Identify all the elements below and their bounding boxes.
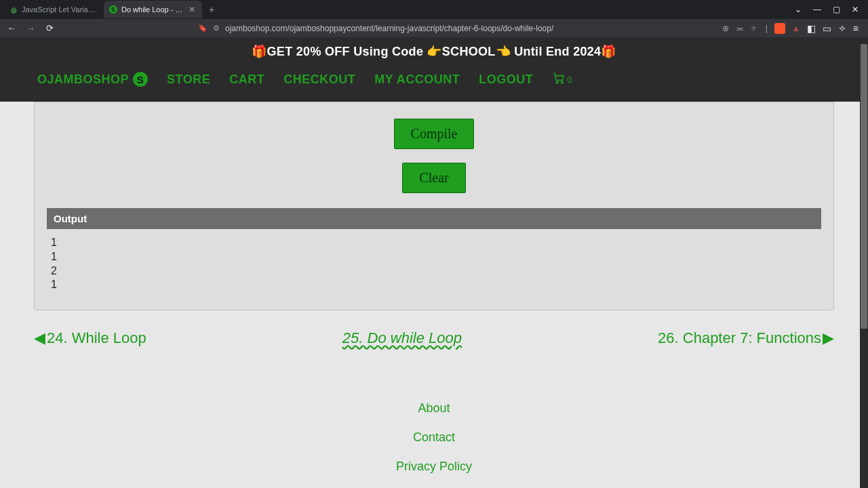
close-window-icon[interactable]: ✕ — [849, 5, 861, 14]
address-bar[interactable]: 🔖 ⚙ ojamboshop.com/ojamboshoppaycontent/… — [198, 24, 702, 33]
next-lesson-label: 26. Chapter 7: Functions — [658, 329, 821, 347]
reload-button[interactable]: ⟳ — [43, 22, 56, 35]
wallet-icon[interactable]: ▭ — [823, 23, 831, 34]
brand-badge-icon: S — [133, 72, 148, 87]
url-text: ojamboshop.com/ojamboshoppaycontent/lear… — [225, 24, 553, 33]
share-icon[interactable]: ⫘ — [736, 24, 744, 33]
clear-button[interactable]: Clear — [402, 163, 465, 193]
warning-icon[interactable]: ▲ — [792, 24, 800, 33]
nav-logout[interactable]: LOGOUT — [479, 73, 533, 87]
tab-inactive[interactable]: ◎ JavaScript Let Variable Declara — [4, 1, 102, 18]
back-button[interactable]: ← — [5, 22, 18, 35]
prev-lesson-label: 24. While Loop — [47, 329, 146, 347]
output-line: 1 — [51, 250, 817, 264]
nav-account[interactable]: MY ACCOUNT — [374, 73, 460, 87]
browser-chrome: ◎ JavaScript Let Variable Declara S Do w… — [0, 0, 868, 37]
nav-cart[interactable]: CART — [229, 73, 264, 87]
nav-checkout[interactable]: CHECKOUT — [283, 73, 355, 87]
prev-arrow-icon: ◀ — [34, 329, 45, 347]
cart-count: 0 — [567, 75, 572, 85]
favicon-icon: S — [109, 5, 117, 14]
footer-links: About Contact Privacy Policy Refund and … — [0, 401, 868, 488]
new-tab-button[interactable]: + — [203, 1, 220, 18]
next-lesson-link[interactable]: 26. Chapter 7: Functions ▶ — [658, 329, 834, 347]
footer-about[interactable]: About — [418, 401, 450, 415]
cart-indicator[interactable]: 0 — [552, 71, 572, 87]
lesson-card: Compile Clear Output 1 1 2 1 — [34, 102, 834, 310]
scrollbar[interactable] — [860, 37, 868, 488]
site-header: 🎁GET 20% OFF Using Code 👉SCHOOL👈 Until E… — [0, 37, 868, 102]
omnibox-actions: ⊕ ⫘ ᯤ | ▲ — [722, 23, 800, 34]
compile-button[interactable]: Compile — [394, 119, 475, 149]
tab-strip: ◎ JavaScript Let Variable Declara S Do w… — [0, 0, 868, 19]
nav-toolbar: ← → ⟳ 🔖 ⚙ ojamboshop.com/ojamboshoppayco… — [0, 19, 868, 37]
minimize-icon[interactable]: — — [811, 5, 823, 14]
svg-point-0 — [556, 81, 558, 83]
hamburger-icon[interactable]: ≡ — [853, 23, 859, 34]
next-arrow-icon: ▶ — [823, 329, 834, 347]
chevron-down-icon[interactable]: ⌄ — [792, 5, 804, 14]
main-nav: OJAMBOSHOP S STORE CART CHECKOUT MY ACCO… — [0, 71, 868, 87]
favicon-icon: ◎ — [9, 5, 18, 14]
maximize-icon[interactable]: ▢ — [830, 5, 842, 14]
close-icon[interactable]: ✕ — [187, 5, 197, 14]
output-line: 1 — [51, 278, 817, 292]
nav-store[interactable]: STORE — [167, 73, 210, 87]
zoom-icon[interactable]: ⊕ — [722, 24, 729, 33]
footer-privacy[interactable]: Privacy Policy — [396, 460, 472, 474]
rss-icon[interactable]: ᯤ — [751, 24, 759, 33]
tab-title: JavaScript Let Variable Declara — [22, 5, 97, 14]
sidepanel-icon[interactable]: ◧ — [807, 23, 816, 34]
page-viewport: 🎁GET 20% OFF Using Code 👉SCHOOL👈 Until E… — [0, 37, 868, 488]
extension-shield-icon[interactable] — [774, 23, 785, 34]
window-controls: ⌄ — ▢ ✕ — [792, 5, 868, 14]
cart-icon — [552, 71, 566, 87]
output-line: 1 — [51, 236, 817, 250]
forward-button[interactable]: → — [24, 22, 37, 35]
output-panel: Output 1 1 2 1 — [47, 208, 821, 298]
promo-banner: 🎁GET 20% OFF Using Code 👉SCHOOL👈 Until E… — [252, 44, 616, 59]
footer-contact[interactable]: Contact — [413, 430, 455, 445]
brand-link[interactable]: OJAMBOSHOP S — [37, 72, 148, 87]
site-settings-icon[interactable]: ⚙ — [213, 24, 220, 33]
lesson-pager: ◀ 24. While Loop 25. Do while Loop 26. C… — [34, 329, 834, 347]
divider: | — [766, 24, 768, 33]
output-body: 1 1 2 1 — [47, 229, 821, 298]
brand-text: OJAMBOSHOP — [37, 73, 129, 87]
scrollbar-thumb[interactable] — [861, 44, 867, 329]
tab-active[interactable]: S Do while Loop - OjamboSh ✕ — [104, 1, 202, 18]
prev-lesson-link[interactable]: ◀ 24. While Loop — [34, 329, 146, 347]
browser-menu-icons: ◧ ▭ ✧ ≡ — [807, 23, 863, 34]
tab-title: Do while Loop - OjamboSh — [121, 5, 183, 14]
output-header: Output — [47, 208, 821, 229]
current-lesson-label: 25. Do while Loop — [342, 329, 462, 347]
sparkle-icon[interactable]: ✧ — [838, 23, 846, 34]
svg-point-1 — [561, 81, 564, 83]
bookmark-icon[interactable]: 🔖 — [198, 24, 208, 33]
output-line: 2 — [51, 264, 817, 279]
